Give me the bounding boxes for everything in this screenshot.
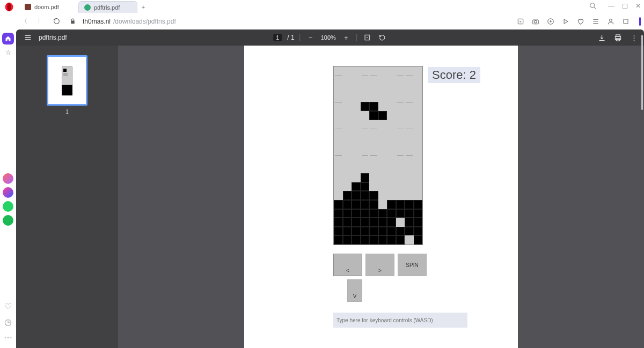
board-cell (405, 93, 414, 102)
board-cell (334, 182, 343, 191)
board-cell (343, 200, 352, 209)
board-cell (334, 111, 343, 120)
board-cell (405, 146, 414, 156)
messenger-app-icon[interactable] (3, 187, 13, 198)
board-cell (387, 138, 396, 147)
tab-doom[interactable]: doom.pdf (19, 1, 78, 13)
board-cell (378, 129, 387, 138)
board-cell (334, 235, 343, 245)
board-cell (361, 129, 370, 138)
aria-app-icon[interactable] (3, 173, 13, 184)
nav-forward-button[interactable]: 〉 (34, 16, 46, 27)
sidebar-history-icon[interactable]: ◷ (4, 317, 12, 327)
url-display[interactable]: th0mas.nl/downloads/pdftris.pdf (83, 18, 176, 25)
nav-back-button[interactable]: 〈 (18, 16, 30, 27)
sidebar-apps (3, 173, 13, 226)
print-button[interactable] (613, 33, 623, 42)
zoom-out-button[interactable]: − (306, 33, 316, 42)
download-button[interactable] (597, 33, 606, 42)
maximize-icon[interactable]: ▢ (622, 2, 628, 10)
sidebar-home-icon[interactable] (2, 33, 14, 45)
page-thumbnail[interactable] (47, 55, 87, 106)
pdf-favicon-icon (25, 4, 31, 10)
board-cell (414, 191, 423, 200)
camera-icon[interactable] (531, 17, 540, 26)
pdf-page: Score: 2 < > SPIN V (244, 46, 518, 348)
whatsapp-app-icon[interactable] (3, 201, 13, 212)
board-cell (387, 93, 396, 102)
screenshot-icon[interactable] (516, 17, 525, 26)
extensions-icon[interactable] (621, 17, 631, 26)
board-cell (378, 227, 387, 236)
board-cell (387, 102, 396, 111)
board-cell (352, 93, 361, 102)
sidebar-more-icon[interactable]: ⋯ (4, 332, 12, 343)
sidebar-heart-icon[interactable]: ♡ (4, 301, 12, 312)
board-cell (414, 173, 423, 182)
keyboard-input[interactable] (333, 313, 467, 328)
board-cell (343, 191, 352, 200)
board-cell (387, 76, 396, 85)
nav-reload-button[interactable] (50, 16, 62, 27)
board-cell (369, 191, 378, 200)
board-cell (361, 84, 370, 93)
spotify-app-icon[interactable] (3, 215, 13, 226)
board-cell (405, 156, 414, 165)
board-cell (414, 66, 423, 76)
board-cell (396, 200, 405, 209)
toolbar-right-icons (516, 17, 641, 26)
board-cell (352, 146, 361, 156)
play-icon[interactable] (561, 17, 570, 26)
board-cell (352, 209, 361, 218)
board-cell (378, 102, 387, 111)
lock-icon[interactable] (67, 16, 78, 27)
search-icon[interactable] (589, 2, 597, 10)
sidebar-bookmarks-icon[interactable]: ☆ (2, 47, 14, 58)
viewer-menu-button[interactable] (21, 33, 34, 42)
board-cell (334, 173, 343, 182)
page-current-input[interactable]: 1 (273, 34, 282, 41)
board-cell (369, 235, 378, 245)
board-cell (334, 227, 343, 236)
board-cell (352, 66, 361, 76)
new-tab-button[interactable]: + (137, 1, 149, 13)
board-cell (361, 209, 370, 218)
download-icon[interactable] (546, 17, 555, 26)
board-cell (343, 138, 352, 147)
board-cell (352, 111, 361, 120)
spin-button[interactable]: SPIN (398, 254, 427, 276)
heart-icon[interactable] (576, 17, 586, 26)
board-cell (387, 209, 396, 218)
board-cell (378, 165, 387, 174)
game-board[interactable] (333, 66, 423, 245)
board-cell (405, 66, 414, 76)
board-cell (378, 93, 387, 102)
more-button[interactable]: ⋮ (629, 33, 639, 42)
rotate-button[interactable] (377, 33, 387, 42)
minimize-icon[interactable]: — (608, 2, 614, 10)
move-down-button[interactable]: V (347, 279, 362, 302)
board-cell (396, 173, 405, 182)
score-display: Score: 2 (428, 67, 480, 83)
move-right-button[interactable]: > (365, 254, 394, 276)
board-cell (361, 165, 370, 174)
game-controls: < > SPIN V (333, 254, 427, 302)
board-cell (369, 111, 378, 120)
zoom-in-button[interactable]: + (341, 33, 351, 42)
board-cell (414, 165, 423, 174)
board-cell (361, 235, 370, 245)
profile-icon[interactable] (606, 17, 616, 26)
board-cell (378, 209, 387, 218)
move-left-button[interactable]: < (333, 254, 362, 276)
board-cell (361, 182, 370, 191)
close-icon[interactable]: ✕ (635, 2, 641, 10)
board-cell (387, 165, 396, 174)
fit-page-button[interactable] (362, 33, 372, 42)
board-cell (369, 156, 378, 165)
easy-setup-icon[interactable] (591, 17, 601, 26)
page-area[interactable]: Score: 2 < > SPIN V (118, 46, 644, 348)
board-cell (352, 200, 361, 209)
scrollbar-thumb[interactable] (641, 46, 643, 110)
tab-pdftris[interactable]: pdftris.pdf (78, 1, 137, 13)
board-cell (405, 165, 414, 174)
